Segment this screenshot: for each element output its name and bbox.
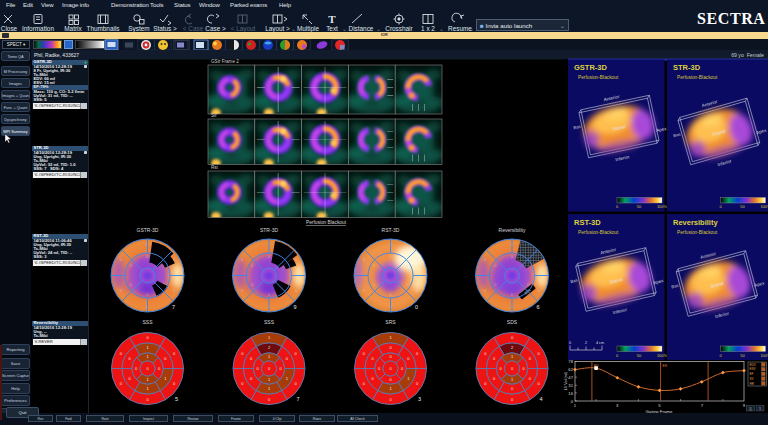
- svg-text:0: 0: [538, 289, 540, 293]
- svg-text:Perfusion-Blackout: Perfusion-Blackout: [677, 230, 718, 235]
- svg-text:100%: 100%: [657, 353, 668, 358]
- svg-text:EF: EF: [750, 372, 754, 376]
- svg-text:5: 5: [175, 396, 178, 402]
- svg-text:50: 50: [637, 204, 642, 209]
- svg-text:0: 0: [406, 264, 408, 268]
- svg-text:0: 0: [295, 289, 297, 293]
- svg-text:0: 0: [569, 341, 571, 345]
- svg-text:0: 0: [241, 289, 243, 293]
- svg-text:0: 0: [147, 293, 149, 297]
- svg-text:RST-3D: RST-3D: [382, 227, 400, 233]
- svg-text:100%: 100%: [760, 353, 768, 358]
- svg-text:62: 62: [568, 367, 573, 372]
- svg-text:0: 0: [120, 289, 122, 293]
- svg-text:ES: ES: [663, 364, 668, 368]
- svg-text:4: 4: [539, 396, 542, 402]
- svg-text:Str: Str: [211, 113, 217, 118]
- svg-text:Perfusion-Blackout: Perfusion-Blackout: [677, 75, 718, 80]
- svg-text:78: 78: [568, 359, 573, 364]
- svg-text:GSTR-3D: GSTR-3D: [574, 63, 608, 72]
- svg-text:Perfusion-Blackout: Perfusion-Blackout: [578, 75, 619, 80]
- svg-text:Perfusion-Blackout: Perfusion-Blackout: [578, 230, 619, 235]
- svg-text:GStr Frame 2: GStr Frame 2: [211, 59, 239, 64]
- svg-text:Reversibility: Reversibility: [499, 227, 526, 233]
- svg-text:0: 0: [173, 289, 175, 293]
- svg-text:47: 47: [568, 375, 573, 380]
- svg-text:0: 0: [415, 304, 418, 310]
- svg-text:0: 0: [130, 283, 132, 287]
- svg-text:0: 0: [241, 258, 243, 262]
- svg-text:0: 0: [484, 258, 486, 262]
- svg-text:7: 7: [296, 396, 299, 402]
- svg-text:||: ||: [750, 407, 752, 411]
- svg-text:100%: 100%: [657, 204, 668, 209]
- svg-text:0: 0: [252, 283, 254, 287]
- svg-text:16: 16: [568, 391, 573, 396]
- svg-text:Rst: Rst: [211, 165, 219, 170]
- svg-text:0: 0: [416, 289, 418, 293]
- svg-text:1: 1: [759, 407, 761, 411]
- svg-text:ESV: ESV: [750, 367, 756, 371]
- svg-text:0: 0: [268, 293, 270, 297]
- svg-text:31: 31: [568, 383, 573, 388]
- svg-text:0: 0: [130, 264, 132, 268]
- svg-text:0: 0: [373, 283, 375, 287]
- svg-text:0: 0: [295, 258, 297, 262]
- svg-text:0: 0: [416, 258, 418, 262]
- svg-text:EDV: EDV: [750, 363, 756, 367]
- svg-text:0: 0: [390, 293, 392, 297]
- svg-text:0: 0: [511, 293, 513, 297]
- svg-text:100%: 100%: [760, 204, 768, 209]
- svg-text:SSS: SSS: [264, 319, 275, 325]
- svg-text:50: 50: [637, 353, 642, 358]
- svg-text:0: 0: [147, 255, 149, 259]
- svg-text:50: 50: [740, 204, 745, 209]
- svg-text:Reversibility: Reversibility: [673, 218, 718, 227]
- svg-text:0: 0: [484, 289, 486, 293]
- svg-text:SSS: SSS: [142, 319, 153, 325]
- svg-text:4 cm: 4 cm: [596, 341, 604, 345]
- svg-text:0: 0: [363, 289, 365, 293]
- svg-text:SV: SV: [750, 377, 754, 381]
- svg-text:SDS: SDS: [507, 319, 518, 325]
- svg-text:0: 0: [268, 255, 270, 259]
- svg-text:LV Vol (ml): LV Vol (ml): [564, 371, 568, 390]
- svg-text:0: 0: [406, 283, 408, 287]
- svg-text:STR-3D: STR-3D: [260, 227, 278, 233]
- svg-text:0: 0: [363, 258, 365, 262]
- svg-text:0: 0: [495, 264, 497, 268]
- svg-text:0: 0: [373, 264, 375, 268]
- svg-text:RST-3D: RST-3D: [574, 218, 601, 227]
- svg-text:50: 50: [740, 353, 745, 358]
- svg-text:7: 7: [172, 304, 175, 310]
- svg-text:6: 6: [536, 304, 539, 310]
- svg-text:GSTR-3D: GSTR-3D: [137, 227, 159, 233]
- svg-text:0: 0: [511, 255, 513, 259]
- svg-text:9: 9: [293, 304, 296, 310]
- svg-text:0: 0: [390, 255, 392, 259]
- svg-text:Perfusion Blackout: Perfusion Blackout: [306, 220, 347, 225]
- svg-text:0: 0: [495, 283, 497, 287]
- svg-text:0: 0: [120, 258, 122, 262]
- svg-text:STR-3D: STR-3D: [673, 63, 701, 72]
- svg-text:SRS: SRS: [385, 319, 396, 325]
- svg-text:3: 3: [418, 396, 421, 402]
- svg-text:0: 0: [252, 264, 254, 268]
- svg-text:2: 2: [585, 341, 587, 345]
